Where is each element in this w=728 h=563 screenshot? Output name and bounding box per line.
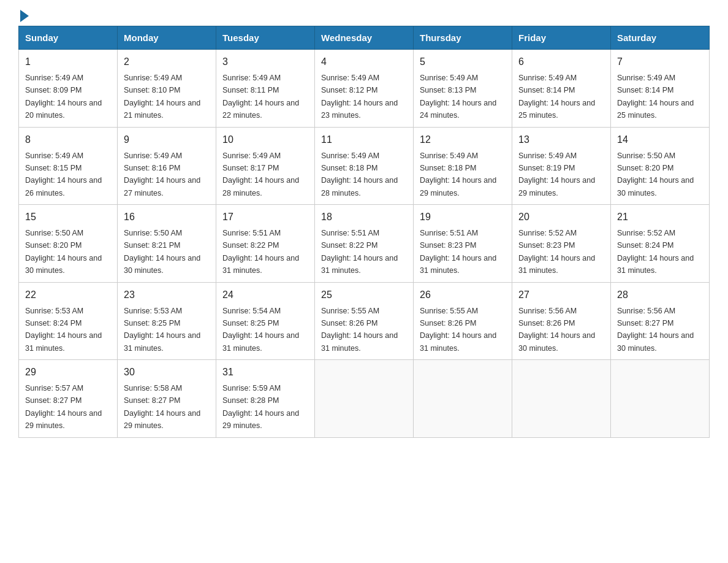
weekday-header-wednesday: Wednesday <box>315 26 414 50</box>
calendar-cell: 11Sunrise: 5:49 AMSunset: 8:18 PMDayligh… <box>315 127 414 205</box>
calendar-cell: 14Sunrise: 5:50 AMSunset: 8:20 PMDayligh… <box>611 127 710 205</box>
logo <box>18 12 29 20</box>
weekday-header-row: SundayMondayTuesdayWednesdayThursdayFrid… <box>19 26 710 50</box>
calendar-week-row: 1Sunrise: 5:49 AMSunset: 8:09 PMDaylight… <box>19 50 710 128</box>
calendar-cell: 9Sunrise: 5:49 AMSunset: 8:16 PMDaylight… <box>118 127 216 205</box>
calendar-cell: 17Sunrise: 5:51 AMSunset: 8:22 PMDayligh… <box>216 205 315 283</box>
day-info: Sunrise: 5:49 AMSunset: 8:18 PMDaylight:… <box>420 151 496 197</box>
day-number: 7 <box>617 55 703 69</box>
day-info: Sunrise: 5:50 AMSunset: 8:21 PMDaylight:… <box>124 229 200 275</box>
day-info: Sunrise: 5:59 AMSunset: 8:28 PMDaylight:… <box>222 384 299 430</box>
day-number: 8 <box>25 132 111 147</box>
calendar-week-row: 8Sunrise: 5:49 AMSunset: 8:15 PMDaylight… <box>19 127 710 205</box>
weekday-header-friday: Friday <box>512 26 611 50</box>
calendar-cell: 15Sunrise: 5:50 AMSunset: 8:20 PMDayligh… <box>19 205 118 283</box>
day-info: Sunrise: 5:49 AMSunset: 8:18 PMDaylight:… <box>321 151 398 197</box>
calendar-cell: 20Sunrise: 5:52 AMSunset: 8:23 PMDayligh… <box>512 205 611 283</box>
day-number: 31 <box>222 365 308 380</box>
calendar-cell: 30Sunrise: 5:58 AMSunset: 8:27 PMDayligh… <box>118 360 216 438</box>
day-number: 15 <box>25 210 111 224</box>
day-info: Sunrise: 5:58 AMSunset: 8:27 PMDaylight:… <box>124 384 200 430</box>
day-info: Sunrise: 5:49 AMSunset: 8:19 PMDaylight:… <box>518 151 595 197</box>
day-info: Sunrise: 5:55 AMSunset: 8:26 PMDaylight:… <box>420 307 496 353</box>
calendar-cell: 6Sunrise: 5:49 AMSunset: 8:14 PMDaylight… <box>512 50 611 128</box>
day-info: Sunrise: 5:49 AMSunset: 8:13 PMDaylight:… <box>420 74 496 120</box>
day-number: 24 <box>222 288 308 302</box>
weekday-header-thursday: Thursday <box>414 26 512 50</box>
day-info: Sunrise: 5:53 AMSunset: 8:25 PMDaylight:… <box>124 307 200 353</box>
calendar-table: SundayMondayTuesdayWednesdayThursdayFrid… <box>18 26 710 438</box>
day-number: 13 <box>518 132 604 147</box>
calendar-cell: 10Sunrise: 5:49 AMSunset: 8:17 PMDayligh… <box>216 127 315 205</box>
day-number: 6 <box>518 55 604 69</box>
day-number: 25 <box>321 288 407 302</box>
calendar-cell: 7Sunrise: 5:49 AMSunset: 8:14 PMDaylight… <box>611 50 710 128</box>
calendar-cell: 27Sunrise: 5:56 AMSunset: 8:26 PMDayligh… <box>512 282 611 360</box>
day-number: 4 <box>321 55 407 69</box>
calendar-cell <box>512 360 611 438</box>
weekday-header-saturday: Saturday <box>611 26 710 50</box>
calendar-cell: 26Sunrise: 5:55 AMSunset: 8:26 PMDayligh… <box>414 282 512 360</box>
day-number: 27 <box>518 288 604 302</box>
calendar-cell: 4Sunrise: 5:49 AMSunset: 8:12 PMDaylight… <box>315 50 414 128</box>
day-info: Sunrise: 5:54 AMSunset: 8:25 PMDaylight:… <box>222 307 299 353</box>
day-number: 30 <box>124 365 210 380</box>
day-info: Sunrise: 5:49 AMSunset: 8:16 PMDaylight:… <box>124 151 200 197</box>
weekday-header-sunday: Sunday <box>19 26 118 50</box>
calendar-week-row: 29Sunrise: 5:57 AMSunset: 8:27 PMDayligh… <box>19 360 710 438</box>
day-info: Sunrise: 5:49 AMSunset: 8:14 PMDaylight:… <box>617 74 694 120</box>
day-number: 5 <box>420 55 506 69</box>
day-info: Sunrise: 5:55 AMSunset: 8:26 PMDaylight:… <box>321 307 398 353</box>
day-number: 11 <box>321 132 407 147</box>
day-info: Sunrise: 5:51 AMSunset: 8:23 PMDaylight:… <box>420 229 496 275</box>
day-info: Sunrise: 5:50 AMSunset: 8:20 PMDaylight:… <box>617 151 694 197</box>
day-number: 1 <box>25 55 111 69</box>
day-number: 2 <box>124 55 210 69</box>
day-number: 10 <box>222 132 308 147</box>
day-number: 29 <box>25 365 111 380</box>
day-number: 16 <box>124 210 210 224</box>
day-info: Sunrise: 5:49 AMSunset: 8:15 PMDaylight:… <box>25 151 102 197</box>
calendar-cell: 1Sunrise: 5:49 AMSunset: 8:09 PMDaylight… <box>19 50 118 128</box>
calendar-cell: 2Sunrise: 5:49 AMSunset: 8:10 PMDaylight… <box>118 50 216 128</box>
calendar-cell: 18Sunrise: 5:51 AMSunset: 8:22 PMDayligh… <box>315 205 414 283</box>
calendar-cell: 28Sunrise: 5:56 AMSunset: 8:27 PMDayligh… <box>611 282 710 360</box>
day-info: Sunrise: 5:57 AMSunset: 8:27 PMDaylight:… <box>25 384 102 430</box>
calendar-cell: 22Sunrise: 5:53 AMSunset: 8:24 PMDayligh… <box>19 282 118 360</box>
day-number: 14 <box>617 132 703 147</box>
calendar-cell: 8Sunrise: 5:49 AMSunset: 8:15 PMDaylight… <box>19 127 118 205</box>
calendar-cell: 3Sunrise: 5:49 AMSunset: 8:11 PMDaylight… <box>216 50 315 128</box>
day-info: Sunrise: 5:49 AMSunset: 8:11 PMDaylight:… <box>222 74 299 120</box>
day-info: Sunrise: 5:49 AMSunset: 8:10 PMDaylight:… <box>124 74 200 120</box>
day-info: Sunrise: 5:56 AMSunset: 8:26 PMDaylight:… <box>518 307 595 353</box>
day-number: 12 <box>420 132 506 147</box>
calendar-cell: 23Sunrise: 5:53 AMSunset: 8:25 PMDayligh… <box>118 282 216 360</box>
calendar-cell <box>611 360 710 438</box>
day-info: Sunrise: 5:56 AMSunset: 8:27 PMDaylight:… <box>617 307 694 353</box>
calendar-cell <box>315 360 414 438</box>
day-number: 26 <box>420 288 506 302</box>
day-info: Sunrise: 5:49 AMSunset: 8:12 PMDaylight:… <box>321 74 398 120</box>
calendar-cell <box>414 360 512 438</box>
calendar-cell: 13Sunrise: 5:49 AMSunset: 8:19 PMDayligh… <box>512 127 611 205</box>
day-number: 23 <box>124 288 210 302</box>
day-info: Sunrise: 5:52 AMSunset: 8:23 PMDaylight:… <box>518 229 595 275</box>
calendar-cell: 25Sunrise: 5:55 AMSunset: 8:26 PMDayligh… <box>315 282 414 360</box>
calendar-week-row: 15Sunrise: 5:50 AMSunset: 8:20 PMDayligh… <box>19 205 710 283</box>
calendar-cell: 24Sunrise: 5:54 AMSunset: 8:25 PMDayligh… <box>216 282 315 360</box>
calendar-cell: 19Sunrise: 5:51 AMSunset: 8:23 PMDayligh… <box>414 205 512 283</box>
calendar-cell: 21Sunrise: 5:52 AMSunset: 8:24 PMDayligh… <box>611 205 710 283</box>
calendar-cell: 12Sunrise: 5:49 AMSunset: 8:18 PMDayligh… <box>414 127 512 205</box>
day-number: 3 <box>222 55 308 69</box>
page-header <box>18 12 710 20</box>
day-info: Sunrise: 5:52 AMSunset: 8:24 PMDaylight:… <box>617 229 694 275</box>
day-info: Sunrise: 5:49 AMSunset: 8:17 PMDaylight:… <box>222 151 299 197</box>
day-info: Sunrise: 5:49 AMSunset: 8:14 PMDaylight:… <box>518 74 595 120</box>
day-info: Sunrise: 5:51 AMSunset: 8:22 PMDaylight:… <box>321 229 398 275</box>
calendar-week-row: 22Sunrise: 5:53 AMSunset: 8:24 PMDayligh… <box>19 282 710 360</box>
calendar-cell: 29Sunrise: 5:57 AMSunset: 8:27 PMDayligh… <box>19 360 118 438</box>
day-number: 17 <box>222 210 308 224</box>
day-info: Sunrise: 5:50 AMSunset: 8:20 PMDaylight:… <box>25 229 102 275</box>
day-number: 28 <box>617 288 703 302</box>
weekday-header-monday: Monday <box>118 26 216 50</box>
